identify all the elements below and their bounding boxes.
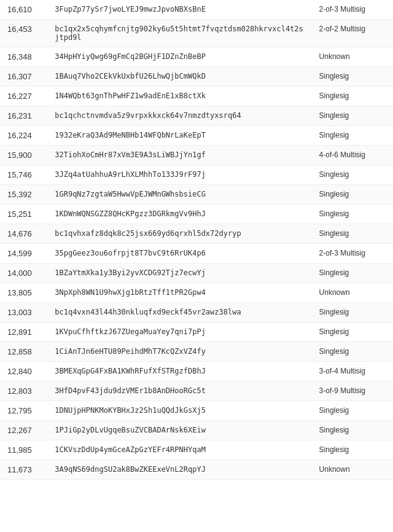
type-cell: Unknown <box>312 283 393 303</box>
table-row: 15,7463JZq4atUahhuA9rLhXLMhhTo133J9rF97j… <box>0 165 393 185</box>
address-cell: 35pgGeez3ou6ofrpjt8T7bvC9t6RrUK4p6 <box>47 244 311 264</box>
type-cell: 3-of-4 Multisig <box>312 362 393 381</box>
type-cell: 2-of-3 Multisig <box>312 244 393 264</box>
table-row: 14,0001BZaYtmXka1y3Byi2yvXCDG92Tjz7ecwYj… <box>0 264 393 283</box>
type-cell: 2-of-2 Multisig <box>312 20 393 47</box>
table-row: 15,3921GR9qNz7zgtaW5HwwVpEJWMnGWhsbsieCG… <box>0 185 393 205</box>
address-cell: 3BMEXqGpG4FxBA1KWhRFufXfSTRgzfDBhJ <box>47 362 311 381</box>
amount-cell: 12,858 <box>0 342 47 362</box>
amount-cell: 15,900 <box>0 146 47 165</box>
address-cell: bc1q4vxn43l44h30nkluqfxd9eckf45vr2awz38l… <box>47 303 311 323</box>
address-cell: 1KDWnWQNSGZZ8QHcKPgzz3DGRkmgVv9HhJ <box>47 205 311 224</box>
amount-cell: 11,985 <box>0 440 47 460</box>
amount-cell: 13,003 <box>0 303 47 323</box>
type-cell: Singlesig <box>312 126 393 146</box>
amount-cell: 14,000 <box>0 264 47 283</box>
table-row: 16,34834HpHYiyQwg69gFmCq2BGHjF1DZnZnBeBP… <box>0 47 393 67</box>
amount-cell: 11,673 <box>0 460 47 480</box>
table-row: 16,453bc1qx2x5cqhymfcnjtg902ky6u5t5htmt7… <box>0 20 393 47</box>
address-cell: 1BZaYtmXka1y3Byi2yvXCDG92Tjz7ecwYj <box>47 264 311 283</box>
table-row: 15,90032TiohXoCmHr87xVm3E9A3sLiWBJjYn1gf… <box>0 146 393 165</box>
address-cell: 1N4WQbt63gnThPwHFZ1w9adEnE1xB8ctXk <box>47 87 311 106</box>
table-row: 16,6103FupZp77ySr7jwoLYEJ9mwzJpvoNBXsBnE… <box>0 0 393 20</box>
amount-cell: 14,599 <box>0 244 47 264</box>
amount-cell: 15,392 <box>0 185 47 205</box>
type-cell: Singlesig <box>312 67 393 87</box>
type-cell: 2-of-3 Multisig <box>312 0 393 20</box>
address-cell: 1GR9qNz7zgtaW5HwwVpEJWMnGWhsbsieCG <box>47 185 311 205</box>
address-cell: 34HpHYiyQwg69gFmCq2BGHjF1DZnZnBeBP <box>47 47 311 67</box>
table-row: 12,2671PJiGp2yDLvUgqeBsuZVCBADArNsk6XEiw… <box>0 421 393 440</box>
type-cell: Singlesig <box>312 205 393 224</box>
table-row: 12,8911KVpuCfhftkzJ67ZUegaMuaYey7qni7pPj… <box>0 323 393 342</box>
address-cell: 1BAuq7Vho2CEkVkUxbfU26LhwQjbCmWQkD <box>47 67 311 87</box>
address-cell: 1DNUjpHPNKMoKYBHxJz2Sh1uQQdJkGsXj5 <box>47 401 311 421</box>
type-cell: 3-of-9 Multisig <box>312 381 393 401</box>
table-row: 12,8403BMEXqGpG4FxBA1KWhRFufXfSTRgzfDBhJ… <box>0 362 393 381</box>
amount-cell: 16,610 <box>0 0 47 20</box>
amount-cell: 12,795 <box>0 401 47 421</box>
amount-cell: 16,227 <box>0 87 47 106</box>
type-cell: Singlesig <box>312 165 393 185</box>
transactions-table: 16,6103FupZp77ySr7jwoLYEJ9mwzJpvoNBXsBnE… <box>0 0 393 480</box>
amount-cell: 16,453 <box>0 20 47 47</box>
address-cell: bc1qchctnvmdva5z9vrpxkkxck64v7nmzdtyxsrq… <box>47 106 311 126</box>
table-row: 16,231bc1qchctnvmdva5z9vrpxkkxck64v7nmzd… <box>0 106 393 126</box>
address-cell: 1CKVszDdUp4ymGceAZpGzYEFr4RPNHYqaM <box>47 440 311 460</box>
table-row: 14,676bc1qvhxafz8dqk8c25jsx669yd6qrxhl5d… <box>0 224 393 244</box>
address-cell: 1KVpuCfhftkzJ67ZUegaMuaYey7qni7pPj <box>47 323 311 342</box>
amount-cell: 16,231 <box>0 106 47 126</box>
address-cell: bc1qx2x5cqhymfcnjtg902ky6u5t5htmt7fvqztd… <box>47 20 311 47</box>
table-row: 13,003bc1q4vxn43l44h30nkluqfxd9eckf45vr2… <box>0 303 393 323</box>
address-cell: 1PJiGp2yDLvUgqeBsuZVCBADArNsk6XEiw <box>47 421 311 440</box>
address-cell: 32TiohXoCmHr87xVm3E9A3sLiWBJjYn1gf <box>47 146 311 165</box>
table-row: 12,8581CiAnTJn6eHTU89PeihdMhT7KcQZxVZ4fy… <box>0 342 393 362</box>
amount-cell: 14,676 <box>0 224 47 244</box>
type-cell: Singlesig <box>312 421 393 440</box>
amount-cell: 12,891 <box>0 323 47 342</box>
type-cell: Unknown <box>312 47 393 67</box>
address-cell: bc1qvhxafz8dqk8c25jsx669yd6qrxhl5dx72dyr… <box>47 224 311 244</box>
type-cell: Singlesig <box>312 264 393 283</box>
type-cell: Singlesig <box>312 323 393 342</box>
type-cell: Singlesig <box>312 87 393 106</box>
type-cell: Singlesig <box>312 342 393 362</box>
table-row: 12,8033HfD4pvF43jdu9dzVMEr1b8AnDHooRGc5t… <box>0 381 393 401</box>
table-row: 12,7951DNUjpHPNKMoKYBHxJz2Sh1uQQdJkGsXj5… <box>0 401 393 421</box>
amount-cell: 15,251 <box>0 205 47 224</box>
table-row: 16,2271N4WQbt63gnThPwHFZ1w9adEnE1xB8ctXk… <box>0 87 393 106</box>
type-cell: Singlesig <box>312 303 393 323</box>
amount-cell: 12,267 <box>0 421 47 440</box>
amount-cell: 16,348 <box>0 47 47 67</box>
type-cell: Singlesig <box>312 224 393 244</box>
type-cell: Singlesig <box>312 440 393 460</box>
amount-cell: 16,307 <box>0 67 47 87</box>
address-cell: 1932eKraQ3Ad9MeNBHb14WFQbNrLaKeEpT <box>47 126 311 146</box>
address-cell: 3JZq4atUahhuA9rLhXLMhhTo133J9rF97j <box>47 165 311 185</box>
amount-cell: 16,224 <box>0 126 47 146</box>
address-cell: 1CiAnTJn6eHTU89PeihdMhT7KcQZxVZ4fy <box>47 342 311 362</box>
table-row: 15,2511KDWnWQNSGZZ8QHcKPgzz3DGRkmgVv9HhJ… <box>0 205 393 224</box>
type-cell: 4-of-6 Multisig <box>312 146 393 165</box>
table-row: 11,9851CKVszDdUp4ymGceAZpGzYEFr4RPNHYqaM… <box>0 440 393 460</box>
amount-cell: 13,805 <box>0 283 47 303</box>
table-row: 13,8053NpXph8WN1U9hwXjg1bRtzTff1tPR2Gpw4… <box>0 283 393 303</box>
amount-cell: 12,840 <box>0 362 47 381</box>
table-row: 14,59935pgGeez3ou6ofrpjt8T7bvC9t6RrUK4p6… <box>0 244 393 264</box>
amount-cell: 12,803 <box>0 381 47 401</box>
type-cell: Singlesig <box>312 185 393 205</box>
type-cell: Singlesig <box>312 106 393 126</box>
table-row: 16,2241932eKraQ3Ad9MeNBHb14WFQbNrLaKeEpT… <box>0 126 393 146</box>
address-cell: 3FupZp77ySr7jwoLYEJ9mwzJpvoNBXsBnE <box>47 0 311 20</box>
address-cell: 3A9qNS69dngSU2ak8BwZKEExeVnL2RqpYJ <box>47 460 311 480</box>
amount-cell: 15,746 <box>0 165 47 185</box>
type-cell: Singlesig <box>312 401 393 421</box>
address-cell: 3NpXph8WN1U9hwXjg1bRtzTff1tPR2Gpw4 <box>47 283 311 303</box>
type-cell: Unknown <box>312 460 393 480</box>
address-cell: 3HfD4pvF43jdu9dzVMEr1b8AnDHooRGc5t <box>47 381 311 401</box>
table-row: 16,3071BAuq7Vho2CEkVkUxbfU26LhwQjbCmWQkD… <box>0 67 393 87</box>
table-row: 11,6733A9qNS69dngSU2ak8BwZKEExeVnL2RqpYJ… <box>0 460 393 480</box>
